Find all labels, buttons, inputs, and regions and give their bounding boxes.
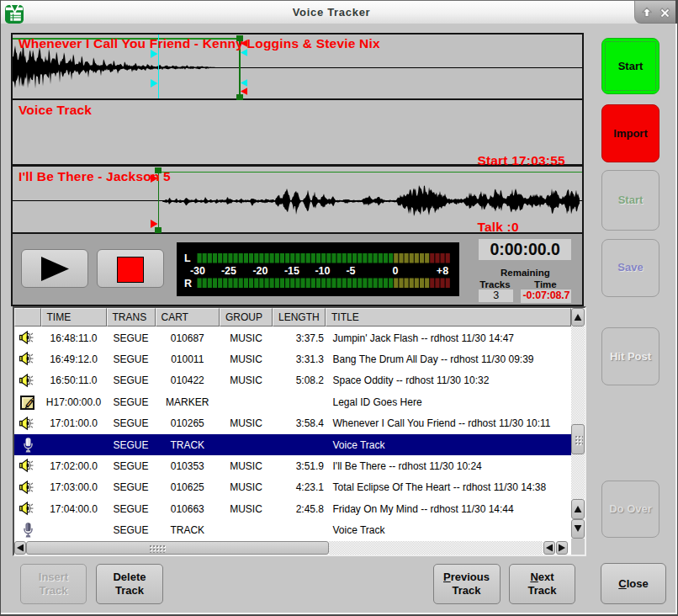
svg-text:-20: -20 [253, 264, 268, 276]
svg-text:-10: -10 [315, 264, 331, 276]
svg-text:+8: +8 [437, 264, 448, 276]
svg-text:-5: -5 [347, 264, 356, 276]
svg-text:-25: -25 [221, 264, 236, 276]
svg-text:L: L [184, 252, 191, 264]
svg-text:-15: -15 [284, 264, 299, 276]
svg-text:R: R [184, 278, 192, 289]
svg-text:-30: -30 [190, 264, 205, 276]
svg-text:0: 0 [393, 264, 399, 276]
